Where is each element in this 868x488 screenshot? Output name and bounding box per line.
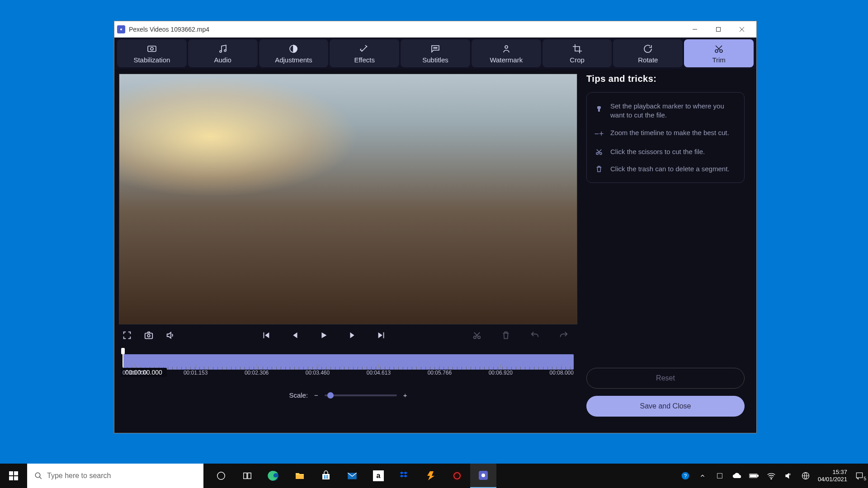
scale-minus[interactable]: − <box>314 391 318 399</box>
undo-button[interactable] <box>527 327 543 343</box>
dropbox-icon[interactable] <box>392 464 418 488</box>
search-placeholder: Type here to search <box>47 472 111 480</box>
video-preview[interactable] <box>119 74 577 324</box>
redo-button[interactable] <box>556 327 572 343</box>
amazon-icon[interactable]: a <box>365 464 392 488</box>
reset-button[interactable]: Reset <box>586 368 745 389</box>
help-icon[interactable]: ? <box>680 471 690 480</box>
tool-label: Trim <box>712 56 725 64</box>
tool-subtitles[interactable]: Subtitles <box>401 39 470 67</box>
svg-point-0 <box>120 28 122 30</box>
store-icon[interactable] <box>313 464 339 488</box>
tool-stabilization[interactable]: Stabilization <box>117 39 187 67</box>
explorer-icon[interactable] <box>287 464 313 488</box>
svg-rect-34 <box>324 477 326 479</box>
taskbar: Type here to search a ? 15:37 04/01/2021… <box>0 464 868 488</box>
onedrive-icon[interactable] <box>732 473 742 479</box>
app-icon <box>117 25 125 33</box>
mail-icon[interactable] <box>339 464 365 488</box>
volume-button[interactable] <box>162 327 179 343</box>
svg-rect-31 <box>322 474 330 479</box>
scale-plus[interactable]: + <box>403 391 407 399</box>
tool-trim[interactable]: Trim <box>684 39 754 67</box>
svg-point-9 <box>436 47 437 48</box>
tray-chevron-icon[interactable] <box>698 473 708 479</box>
snapshot-button[interactable] <box>141 327 157 343</box>
svg-point-8 <box>435 47 436 48</box>
svg-rect-49 <box>856 473 862 478</box>
volume-tray-icon[interactable] <box>783 472 793 480</box>
svg-point-10 <box>505 46 508 48</box>
close-button[interactable] <box>730 21 754 38</box>
winamp-icon[interactable] <box>418 464 444 488</box>
scale-slider[interactable] <box>325 394 397 396</box>
svg-rect-35 <box>326 477 328 479</box>
wifi-icon[interactable] <box>766 472 776 479</box>
tool-crop[interactable]: Crop <box>542 39 612 67</box>
skip-end-button[interactable] <box>373 327 390 343</box>
skip-start-button[interactable] <box>258 327 274 343</box>
task-view-icon[interactable] <box>234 464 260 488</box>
tips-panel: Set the playback marker to where you wan… <box>586 92 745 183</box>
search-icon <box>34 472 42 480</box>
tool-watermark[interactable]: Watermark <box>472 39 541 67</box>
cortana-icon[interactable] <box>208 464 234 488</box>
svg-point-26 <box>217 472 225 480</box>
search-box[interactable]: Type here to search <box>27 464 203 488</box>
delete-button[interactable] <box>498 327 514 343</box>
notif-badge: 5 <box>863 476 866 481</box>
app-window: Pexels Videos 1093662.mp4 Stabilization … <box>114 21 757 433</box>
time-text: 15:37 <box>818 469 847 476</box>
tool-effects[interactable]: Effects <box>330 39 399 67</box>
tool-label: Effects <box>354 56 375 64</box>
svg-point-5 <box>224 50 226 52</box>
svg-point-47 <box>771 479 772 479</box>
svg-rect-30 <box>296 475 304 479</box>
svg-rect-2 <box>148 46 156 52</box>
minimize-button[interactable] <box>683 21 707 38</box>
tool-audio[interactable]: Audio <box>188 39 258 67</box>
svg-point-25 <box>35 473 40 478</box>
svg-rect-21 <box>9 471 13 475</box>
play-button[interactable] <box>316 327 332 343</box>
svg-rect-45 <box>758 475 759 476</box>
tray-expand-icon[interactable] <box>715 472 725 479</box>
start-button[interactable] <box>0 464 27 488</box>
app-icon-red[interactable] <box>444 464 470 488</box>
cut-button[interactable] <box>469 327 485 343</box>
battery-icon[interactable] <box>749 473 759 479</box>
edge-icon[interactable] <box>260 464 287 488</box>
tool-label: Rotate <box>638 56 658 64</box>
maximize-button[interactable] <box>707 21 730 38</box>
language-icon[interactable] <box>801 471 811 480</box>
timeline-labels: 00:00.000 00:01.153 00:02.306 00:03.460 … <box>123 370 574 383</box>
fullscreen-button[interactable] <box>119 327 135 343</box>
svg-rect-43 <box>717 474 722 479</box>
window-title: Pexels Videos 1093662.mp4 <box>129 26 209 33</box>
svg-point-14 <box>147 334 150 337</box>
svg-rect-18 <box>597 106 601 109</box>
date-text: 04/01/2021 <box>818 476 847 483</box>
svg-rect-23 <box>9 476 13 480</box>
tip-text: Click the trash can to delete a segment. <box>610 164 729 174</box>
marker-icon <box>594 102 604 120</box>
notifications-icon[interactable]: 5 <box>854 471 864 480</box>
svg-rect-13 <box>145 333 153 338</box>
save-close-button[interactable]: Save and Close <box>586 396 745 417</box>
toolbar: Stabilization Audio Adjustments Effects … <box>114 38 756 69</box>
tip-text: Zoom the timeline to make the best cut. <box>610 128 729 139</box>
current-app-icon[interactable] <box>470 464 496 488</box>
tool-adjustments[interactable]: Adjustments <box>259 39 329 67</box>
clock[interactable]: 15:37 04/01/2021 <box>818 469 847 483</box>
scale-label: Scale: <box>289 391 308 399</box>
tool-rotate[interactable]: Rotate <box>613 39 683 67</box>
svg-rect-32 <box>324 475 326 477</box>
tool-label: Adjustments <box>275 56 312 64</box>
prev-frame-button[interactable] <box>287 327 303 343</box>
svg-point-4 <box>220 51 222 52</box>
svg-rect-24 <box>14 476 18 480</box>
tool-label: Crop <box>570 56 585 64</box>
svg-rect-33 <box>326 475 328 477</box>
next-frame-button[interactable] <box>344 327 361 343</box>
timeline[interactable]: 00:00:00.000 00:00.000 00:01.153 00:02.3… <box>119 348 577 389</box>
